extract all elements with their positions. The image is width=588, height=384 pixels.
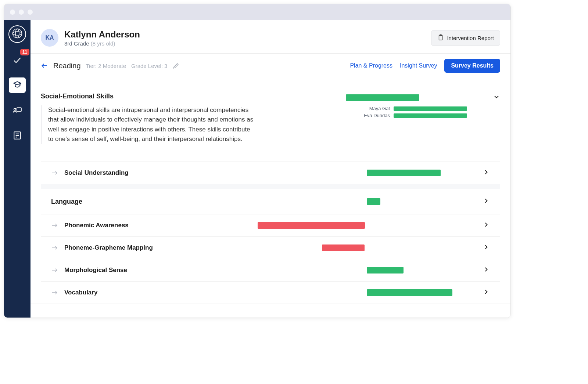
main-content: KA Katlynn Anderson 3rd Grade (8 yrs old…: [31, 20, 510, 318]
window-dot: [28, 10, 33, 15]
chevron-right-icon[interactable]: [483, 197, 490, 206]
nav-reports-icon[interactable]: [9, 127, 26, 143]
skill-row[interactable]: Phonemic Awareness: [41, 214, 500, 236]
student-name: Katlynn Anderson: [64, 29, 140, 40]
svg-point-1: [13, 32, 22, 35]
svg-point-0: [13, 29, 22, 38]
score-bar: [258, 244, 452, 251]
score-bar: [258, 198, 452, 205]
chevron-right-icon[interactable]: [483, 169, 490, 177]
skill-row[interactable]: Morphological Sense: [41, 259, 500, 281]
arrow-right-icon: [51, 289, 58, 296]
clipboard-icon: [437, 34, 444, 42]
section-heading: Social-Emotional Skills: [41, 93, 346, 100]
arrow-right-icon: [51, 169, 58, 177]
svg-point-3: [14, 108, 16, 110]
window-dot: [10, 10, 15, 15]
section-social-emotional: Social-Emotional Skills Social-emotional…: [31, 86, 510, 304]
chevron-right-icon[interactable]: [483, 243, 490, 252]
category-label: Language: [51, 198, 82, 206]
skill-row[interactable]: Vocabulary: [41, 281, 500, 304]
arrow-right-icon: [51, 244, 58, 251]
window-titlebar: [4, 4, 510, 20]
nav-students-icon[interactable]: [9, 77, 26, 93]
section-title: Reading: [53, 62, 81, 70]
skill-label: Phoneme-Grapheme Mapping: [64, 244, 153, 251]
student-age: (8 yrs old): [91, 40, 115, 47]
window-dot: [19, 10, 24, 15]
grade-level-label: Grade Level: 3: [131, 63, 167, 69]
intervention-report-button[interactable]: Intervention Report: [431, 30, 500, 46]
rater-bar: [394, 106, 467, 111]
chevron-right-icon[interactable]: [483, 221, 490, 230]
rater-row: Eva Dundas: [346, 113, 500, 118]
nav-classes-icon[interactable]: [9, 102, 26, 118]
skill-label: Social Understanding: [64, 169, 129, 177]
score-bar: [258, 170, 452, 176]
chevron-right-icon[interactable]: [483, 266, 490, 275]
chevron-right-icon[interactable]: [483, 288, 490, 297]
score-bar: [258, 267, 452, 273]
tab-survey-results[interactable]: Survey Results: [444, 59, 500, 73]
avatar: KA: [41, 29, 58, 47]
score-bar: [258, 289, 452, 296]
tab-plan-progress[interactable]: Plan & Progress: [350, 62, 392, 69]
notification-badge: 11: [20, 49, 29, 55]
section-description: Social-emotional skills are intrapersona…: [41, 105, 254, 144]
app-logo[interactable]: [8, 25, 26, 43]
svg-point-2: [15, 29, 19, 38]
edit-icon[interactable]: [172, 62, 180, 69]
chevron-down-icon[interactable]: [471, 93, 500, 102]
score-bar: [346, 94, 419, 101]
rater-name: Maya Gat: [369, 106, 390, 111]
tier-label: Tier: 2 Moderate: [86, 63, 126, 69]
skill-row[interactable]: Social Understanding: [41, 162, 500, 184]
subheader: Reading Tier: 2 Moderate Grade Level: 3 …: [31, 54, 510, 78]
arrow-right-icon: [51, 267, 58, 274]
logo-icon: [12, 28, 23, 40]
rater-row: Maya Gat: [346, 106, 500, 111]
skill-label: Morphological Sense: [64, 267, 127, 274]
student-grade: 3rd Grade: [64, 40, 89, 47]
skill-label: Phonemic Awareness: [64, 222, 129, 229]
student-meta: 3rd Grade (8 yrs old): [64, 40, 140, 47]
profile-header: KA Katlynn Anderson 3rd Grade (8 yrs old…: [31, 20, 510, 54]
sidebar: 11: [4, 20, 31, 318]
arrow-right-icon: [51, 222, 58, 229]
score-bar: [258, 222, 452, 229]
rater-name: Eva Dundas: [364, 113, 390, 118]
report-button-label: Intervention Report: [447, 35, 494, 41]
skill-row[interactable]: Phoneme-Grapheme Mapping: [41, 236, 500, 259]
category-row[interactable]: Language: [41, 184, 500, 214]
back-arrow-icon[interactable]: [41, 62, 48, 69]
tab-insight-survey[interactable]: Insight Survey: [400, 62, 437, 69]
rater-bar: [394, 113, 467, 118]
nav-tasks-icon[interactable]: 11: [9, 52, 26, 68]
skill-label: Vocabulary: [64, 289, 97, 296]
svg-rect-4: [17, 108, 21, 112]
